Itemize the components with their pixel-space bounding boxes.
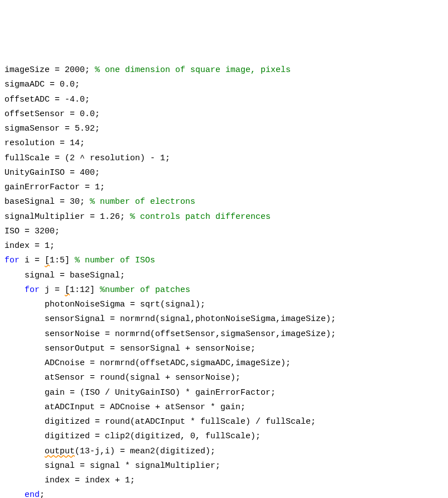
- token-var: ;: [40, 490, 45, 498]
- indent: [4, 329, 45, 339]
- code-line: sensorNoise = normrnd(offsetSensor,sigma…: [4, 327, 444, 342]
- token-var: photonNoiseSigma = sqrt(signal);: [45, 300, 205, 309]
- token-warn: [: [65, 285, 70, 295]
- code-line: index = 1;: [4, 239, 444, 253]
- token-var: baseSignal = 30;: [4, 197, 90, 207]
- indent: [4, 417, 45, 427]
- code-line: ISO = 3200;: [4, 224, 444, 239]
- indent: [4, 388, 45, 398]
- token-var: sigmaADC = 0.0;: [4, 80, 80, 89]
- token-var: signalMultiplier = 1.26;: [4, 212, 130, 222]
- token-var: j =: [40, 285, 65, 295]
- code-line: ADCnoise = normrnd(offsetADC,sigmaADC,im…: [4, 356, 444, 371]
- indent: [4, 403, 45, 412]
- code-line: offsetADC = -4.0;: [4, 93, 444, 107]
- indent: [4, 373, 45, 382]
- token-kw: for: [4, 256, 20, 265]
- code-line: sigmaADC = 0.0;: [4, 78, 444, 92]
- token-kw: end: [25, 490, 40, 498]
- code-line: resolution = 14;: [4, 136, 444, 151]
- code-line: imageSize = 2000; % one dimension of squ…: [4, 63, 444, 78]
- token-var: UnityGainISO = 400;: [4, 168, 100, 178]
- code-line: signal = signal * signalMultiplier;: [4, 459, 444, 473]
- indent: [4, 461, 45, 471]
- indent: [4, 447, 45, 456]
- indent: [4, 300, 45, 309]
- token-cm: %number of patches: [100, 285, 190, 295]
- token-var: digitized = round(atADCInput * fullScale…: [45, 417, 316, 427]
- token-var: signal = baseSignal;: [25, 271, 125, 280]
- token-var: offsetSensor = 0.0;: [4, 109, 100, 119]
- token-cm: % controls patch differences: [130, 212, 271, 222]
- token-var: resolution = 14;: [4, 138, 85, 148]
- code-line: gain = (ISO / UnityGainISO) * gainErrorF…: [4, 386, 444, 400]
- code-line: gainErrorFactor = 1;: [4, 180, 444, 195]
- code-line: for i = [1:5] % number of ISOs: [4, 253, 444, 268]
- token-var: gain = (ISO / UnityGainISO) * gainErrorF…: [45, 388, 276, 398]
- token-var: signal = signal * signalMultiplier;: [45, 461, 220, 471]
- token-var: imageSize = 2000;: [4, 65, 95, 75]
- token-cm: % number of ISOs: [75, 256, 155, 265]
- indent: [4, 271, 25, 280]
- token-var: ADCnoise = normrnd(offsetADC,sigmaADC,im…: [45, 358, 291, 368]
- code-line: index = index + 1;: [4, 473, 444, 488]
- code-line: baseSignal = 30; % number of electrons: [4, 195, 444, 209]
- code-line: end;: [4, 488, 444, 498]
- token-var: index = index + 1;: [45, 476, 135, 485]
- code-line: fullScale = (2 ^ resolution) - 1;: [4, 151, 444, 166]
- token-var: sensorNoise = normrnd(offsetSensor,sigma…: [45, 329, 336, 339]
- code-line: offsetSensor = 0.0;: [4, 107, 444, 122]
- code-line: atSensor = round(signal + sensorNoise);: [4, 371, 444, 385]
- token-var: gainErrorFactor = 1;: [4, 183, 105, 192]
- token-warn: output: [45, 447, 75, 456]
- token-var: index = 1;: [4, 241, 55, 251]
- token-var: 1:5]: [50, 256, 75, 265]
- code-line: digitized = round(atADCInput * fullScale…: [4, 415, 444, 429]
- token-var: digitized = clip2(digitized, 0, fullScal…: [45, 432, 261, 441]
- token-var: sensorSignal = normrnd(signal,photonNois…: [45, 314, 336, 324]
- code-line: UnityGainISO = 400;: [4, 166, 444, 180]
- code-line: for j = [1:12] %number of patches: [4, 283, 444, 298]
- indent: [4, 432, 45, 441]
- token-kw: for: [25, 285, 40, 295]
- token-var: i =: [20, 256, 45, 265]
- indent: [4, 314, 45, 324]
- code-line: sensorSignal = normrnd(signal,photonNois…: [4, 312, 444, 327]
- code-line: signalMultiplier = 1.26; % controls patc…: [4, 210, 444, 224]
- token-var: 1:12]: [70, 285, 100, 295]
- indent: [4, 344, 45, 353]
- code-line: sigmaSensor = 5.92;: [4, 122, 444, 136]
- code-line: sensorOutput = sensorSignal + sensorNois…: [4, 342, 444, 356]
- code-line: photonNoiseSigma = sqrt(signal);: [4, 298, 444, 312]
- token-var: fullScale = (2 ^ resolution) - 1;: [4, 154, 170, 163]
- token-var: offsetADC = -4.0;: [4, 95, 90, 104]
- code-line: digitized = clip2(digitized, 0, fullScal…: [4, 429, 444, 444]
- indent: [4, 490, 25, 498]
- indent: [4, 358, 45, 368]
- token-warn: [: [45, 256, 50, 265]
- token-var: (13-j,i) = mean2(digitized);: [75, 447, 215, 456]
- token-var: ISO = 3200;: [4, 227, 60, 236]
- code-block: imageSize = 2000; % one dimension of squ…: [4, 63, 444, 498]
- code-line: signal = baseSignal;: [4, 269, 444, 283]
- token-var: atADCInput = ADCnoise + atSensor * gain;: [45, 403, 245, 412]
- token-var: atSensor = round(signal + sensorNoise);: [45, 373, 240, 382]
- token-var: sensorOutput = sensorSignal + sensorNois…: [45, 344, 256, 353]
- token-cm: % one dimension of square image, pixels: [95, 65, 291, 75]
- indent: [4, 476, 45, 485]
- indent: [4, 285, 25, 295]
- token-var: sigmaSensor = 5.92;: [4, 124, 100, 133]
- token-cm: % number of electrons: [90, 197, 195, 207]
- code-line: atADCInput = ADCnoise + atSensor * gain;: [4, 400, 444, 415]
- code-line: output(13-j,i) = mean2(digitized);: [4, 444, 444, 459]
